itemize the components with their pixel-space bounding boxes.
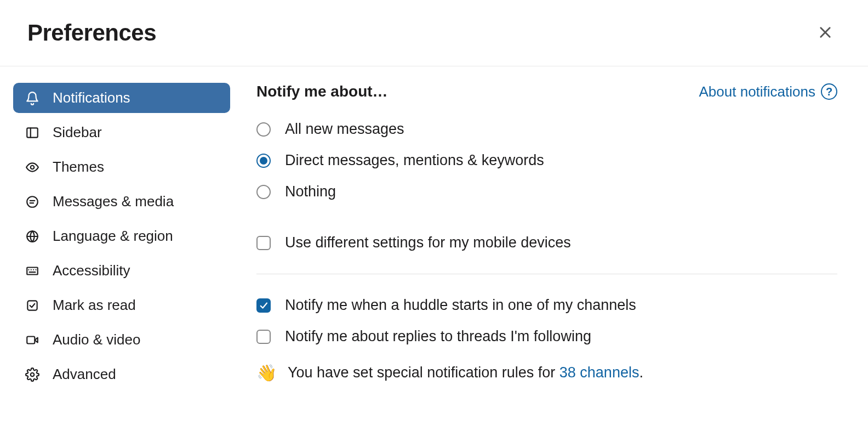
sidebar-item-label: Notifications: [53, 89, 130, 106]
checkbox-label: Use different settings for my mobile dev…: [285, 234, 571, 251]
check-square-icon: [24, 297, 41, 314]
checkbox-label: Notify me about replies to threads I'm f…: [285, 328, 591, 345]
svg-rect-10: [27, 267, 38, 274]
about-link-label: About notifications: [699, 83, 815, 100]
radio-label: All new messages: [285, 121, 404, 138]
svg-rect-2: [27, 128, 38, 137]
sidebar-item-label: Themes: [53, 159, 104, 176]
sidebar-item-mark-as-read[interactable]: Mark as read: [13, 290, 230, 320]
radio-label: Nothing: [285, 183, 336, 200]
svg-point-5: [27, 196, 38, 207]
radio-option-all-messages[interactable]: All new messages: [256, 114, 837, 145]
checkbox-icon: [256, 298, 271, 313]
special-rules-note: 👋 You have set special notification rule…: [256, 352, 837, 382]
about-notifications-link[interactable]: About notifications ?: [699, 83, 837, 100]
radio-icon: [256, 185, 271, 199]
checkbox-thread-replies[interactable]: Notify me about replies to threads I'm f…: [256, 321, 837, 352]
sidebar-item-label: Accessibility: [53, 262, 130, 279]
sidebar-item-label: Advanced: [53, 366, 116, 383]
divider: [256, 274, 837, 274]
special-rules-prefix: You have set special notification rules …: [288, 364, 559, 381]
checkbox-mobile-settings[interactable]: Use different settings for my mobile dev…: [256, 227, 837, 258]
sidebar: Notifications Sidebar Themes Messages & …: [0, 83, 230, 389]
globe-icon: [24, 228, 41, 245]
svg-rect-16: [27, 301, 37, 310]
special-rules-suffix: .: [639, 364, 643, 381]
sidebar-item-advanced[interactable]: Advanced: [13, 359, 230, 389]
sidebar-item-label: Sidebar: [53, 124, 102, 141]
radio-icon: [256, 122, 271, 137]
wave-icon: 👋: [256, 363, 277, 382]
checkbox-icon: [256, 236, 271, 250]
gear-icon: [24, 366, 41, 383]
close-icon: [818, 25, 833, 42]
header: Preferences: [0, 0, 868, 66]
sidebar-item-themes[interactable]: Themes: [13, 152, 230, 182]
sidebar-item-notifications[interactable]: Notifications: [13, 83, 230, 113]
chat-icon: [24, 194, 41, 210]
svg-point-18: [31, 372, 35, 376]
sidebar-item-label: Language & region: [53, 228, 173, 245]
radio-icon: [256, 154, 271, 168]
video-icon: [24, 332, 41, 348]
close-button[interactable]: [813, 20, 837, 46]
radio-option-dm-mentions[interactable]: Direct messages, mentions & keywords: [256, 145, 837, 176]
content: Notify me about… About notifications ? A…: [230, 83, 868, 389]
special-rules-link[interactable]: 38 channels: [559, 364, 639, 381]
sidebar-item-label: Mark as read: [53, 297, 136, 314]
sidebar-item-sidebar[interactable]: Sidebar: [13, 117, 230, 148]
sidebar-item-accessibility[interactable]: Accessibility: [13, 256, 230, 286]
sidebar-item-audio-video[interactable]: Audio & video: [13, 325, 230, 355]
checkbox-icon: [256, 330, 271, 344]
keyboard-icon: [24, 263, 41, 279]
layout-icon: [24, 125, 41, 141]
sidebar-item-label: Audio & video: [53, 331, 140, 348]
page-title: Preferences: [27, 20, 156, 46]
radio-label: Direct messages, mentions & keywords: [285, 152, 544, 169]
sidebar-item-language-region[interactable]: Language & region: [13, 221, 230, 251]
help-icon: ?: [821, 83, 837, 100]
checkbox-huddle-notify[interactable]: Notify me when a huddle starts in one of…: [256, 290, 837, 321]
svg-point-4: [31, 165, 35, 169]
bell-icon: [24, 90, 41, 106]
sidebar-item-messages-media[interactable]: Messages & media: [13, 186, 230, 217]
sidebar-item-label: Messages & media: [53, 193, 174, 210]
checkbox-label: Notify me when a huddle starts in one of…: [285, 297, 636, 314]
section-title: Notify me about…: [256, 83, 388, 100]
radio-option-nothing[interactable]: Nothing: [256, 176, 837, 207]
svg-rect-17: [27, 336, 35, 343]
eye-icon: [24, 159, 41, 176]
